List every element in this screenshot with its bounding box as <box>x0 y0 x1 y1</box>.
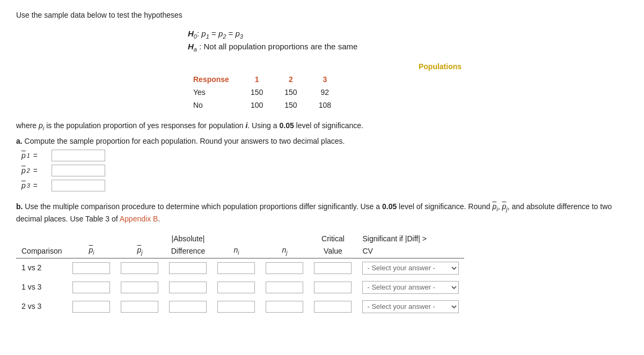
comp-2vs3-label: 2 vs 3 <box>16 297 67 316</box>
proportion-row-1: p1 = <box>21 150 628 161</box>
intro-text: Use the sample data below to test the hy… <box>16 11 628 19</box>
comp-2vs3-cv-value <box>309 297 357 316</box>
ha-label: H <box>188 42 194 51</box>
comp-1vs3-label: 1 vs 3 <box>16 278 67 297</box>
th-significant-label: Significant if |Diff| > <box>357 232 464 245</box>
ha-statement: Ha : Not all population proportions are … <box>188 42 628 53</box>
comp-1vs3-pi <box>67 278 115 297</box>
th-ni-empty <box>212 232 260 245</box>
h0-p3: p <box>235 29 239 38</box>
th-nj: nj <box>260 245 309 258</box>
part-a-label: a. Compute the sample proportion for eac… <box>16 137 628 145</box>
part-a-section: a. Compute the sample proportion for eac… <box>16 137 628 191</box>
comp-1vs2-cv-value <box>309 258 357 278</box>
comp-2vs3-ni <box>212 297 260 316</box>
p3-label: p3 = <box>21 181 48 190</box>
th-value: Value <box>309 245 357 258</box>
comparison-table: |Absolute| Critical Significant if |Diff… <box>16 232 464 316</box>
input-1vs2-cvvalue[interactable] <box>314 262 352 274</box>
input-1vs3-cvvalue[interactable] <box>314 282 352 293</box>
row-no-label: No <box>188 99 245 112</box>
table-row: 1 vs 3 - Select your answer - Yes No <box>16 278 464 297</box>
row-no-3: 108 <box>313 99 347 112</box>
comp-1vs2-label: 1 vs 2 <box>16 258 67 278</box>
h0-label: H <box>188 29 194 38</box>
comp-1vs3-select-cell: - Select your answer - Yes No <box>357 278 464 297</box>
input-1vs2-diff[interactable] <box>169 262 207 274</box>
p3-input[interactable] <box>52 180 105 191</box>
part-b-section: b. Use the multiple comparison procedure… <box>16 201 628 316</box>
row-yes-2: 150 <box>279 86 313 99</box>
th-pj: pj <box>115 245 164 258</box>
comp-1vs3-cv-value <box>309 278 357 297</box>
input-1vs3-pi[interactable] <box>72 282 110 293</box>
input-1vs2-pi[interactable] <box>72 262 110 274</box>
pi-symbol: p <box>39 121 43 130</box>
th-pi-empty <box>67 232 115 245</box>
proportion-row-2: p2 = <box>21 165 628 176</box>
h0-statement: H0: p1 = p2 = p3 <box>188 29 628 40</box>
th-difference: Difference <box>164 245 212 258</box>
table-row: Yes 150 150 92 <box>188 86 347 99</box>
input-2vs3-diff[interactable] <box>169 301 207 313</box>
row-yes-label: Yes <box>188 86 245 99</box>
populations-label: Populations <box>252 62 628 71</box>
col-pop3: 3 <box>313 73 347 86</box>
p2-input[interactable] <box>52 165 105 176</box>
p2-label: p2 = <box>21 166 48 175</box>
comp-1vs2-pj <box>115 258 164 278</box>
input-1vs2-pj[interactable] <box>121 262 158 274</box>
population-table: Response 1 2 3 Yes 150 150 92 No 100 150… <box>188 73 347 112</box>
comp-2vs3-pj <box>115 297 164 316</box>
select-2vs3[interactable]: - Select your answer - Yes No <box>362 300 459 313</box>
input-2vs3-pj[interactable] <box>121 301 158 313</box>
comp-1vs2-select-cell: - Select your answer - Yes No <box>357 258 464 278</box>
th-nj-empty <box>260 232 309 245</box>
input-1vs3-nj[interactable] <box>266 282 303 293</box>
table-row: No 100 150 108 <box>188 99 347 112</box>
input-1vs3-diff[interactable] <box>169 282 207 293</box>
h0-p2: p <box>218 29 223 38</box>
col-pop2: 2 <box>279 73 313 86</box>
comp-1vs3-pj <box>115 278 164 297</box>
table-header-row1: |Absolute| Critical Significant if |Diff… <box>16 232 464 245</box>
i-bold: i <box>245 121 247 130</box>
p1-label: p1 = <box>21 151 48 160</box>
select-1vs3[interactable]: - Select your answer - Yes No <box>362 281 459 294</box>
col-response: Response <box>188 73 245 86</box>
th-absolute-label: |Absolute| <box>164 232 212 245</box>
th-pj-empty <box>115 232 164 245</box>
comp-1vs3-ni <box>212 278 260 297</box>
where-note: where pi is the population proportion of… <box>16 121 628 131</box>
th-ni: ni <box>212 245 260 258</box>
proportions-container: p1 = p2 = p3 = <box>21 150 628 191</box>
input-2vs3-pi[interactable] <box>72 301 110 313</box>
comp-2vs3-pi <box>67 297 115 316</box>
comparison-table-wrapper: |Absolute| Critical Significant if |Diff… <box>16 232 628 316</box>
th-cv: CV <box>357 245 464 258</box>
input-2vs3-cvvalue[interactable] <box>314 301 352 313</box>
part-b-text: b. Use the multiple comparison procedure… <box>16 201 628 225</box>
input-1vs3-ni[interactable] <box>217 282 255 293</box>
table-row: 2 vs 3 - Select your answer - Yes No <box>16 297 464 316</box>
population-table-wrapper: Populations Response 1 2 3 Yes 150 150 9… <box>188 62 628 112</box>
alpha-value: 0.05 <box>279 121 294 130</box>
h0-p1: p <box>201 29 206 38</box>
input-2vs3-nj[interactable] <box>266 301 303 313</box>
input-1vs2-nj[interactable] <box>266 262 303 274</box>
p1-input[interactable] <box>52 150 105 161</box>
comp-1vs2-ni <box>212 258 260 278</box>
input-2vs3-ni[interactable] <box>217 301 255 313</box>
appendix-link[interactable]: Appendix B <box>120 215 158 223</box>
input-1vs3-pj[interactable] <box>121 282 158 293</box>
col-pop1: 1 <box>245 73 279 86</box>
table-row: 1 vs 2 - Select your answer - Yes No <box>16 258 464 278</box>
comp-1vs3-nj <box>260 278 309 297</box>
comp-1vs2-nj <box>260 258 309 278</box>
comp-1vs2-diff <box>164 258 212 278</box>
comp-2vs3-nj <box>260 297 309 316</box>
comp-1vs2-pi <box>67 258 115 278</box>
row-no-1: 100 <box>245 99 279 112</box>
select-1vs2[interactable]: - Select your answer - Yes No <box>362 262 459 275</box>
input-1vs2-ni[interactable] <box>217 262 255 274</box>
